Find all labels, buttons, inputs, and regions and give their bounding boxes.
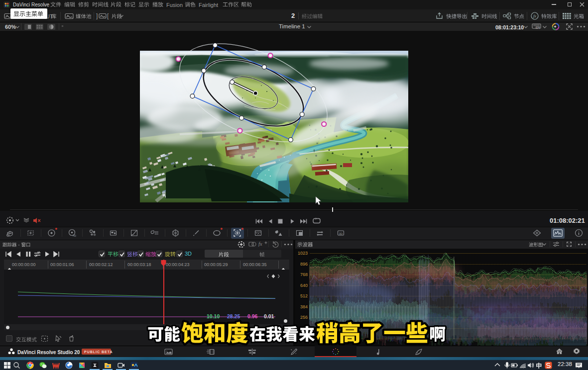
svg-text:HDR: HDR [73, 235, 76, 237]
svg-text:3D: 3D [339, 232, 343, 235]
svg-text:fx: fx [533, 13, 536, 18]
svg-text:HQ: HQ [536, 26, 539, 29]
